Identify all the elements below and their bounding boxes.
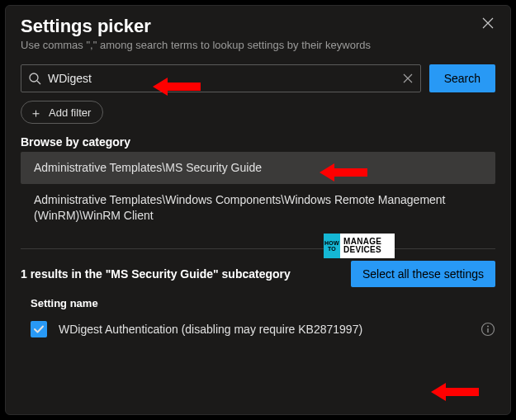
add-filter-button[interactable]: ＋ Add filter [21,101,103,124]
setting-label: WDigest Authentication (disabling may re… [59,323,469,336]
watermark-left: HOW TO [324,234,340,258]
search-button[interactable]: Search [429,64,495,92]
browse-heading: Browse by category [21,135,495,149]
panel-header: Settings picker Use commas "," among sea… [6,6,510,58]
panel-subtitle: Use commas "," among search terms to loo… [21,39,495,51]
category-list: Administrative Templates\MS Security Gui… [21,152,495,232]
filter-row: ＋ Add filter [6,92,510,127]
clear-icon [402,73,414,84]
results-header-row: 1 results in the "MS Security Guide" sub… [6,249,510,290]
results-summary: 1 results in the "MS Security Guide" sub… [21,267,291,281]
watermark-badge: HOW TO MANAGE DEVICES [324,234,395,258]
info-button[interactable] [480,322,495,337]
search-row: Search [6,58,510,92]
category-item-winrm-client[interactable]: Administrative Templates\Windows Compone… [21,184,495,232]
watermark-right: MANAGE DEVICES [340,234,395,258]
column-header-setting-name: Setting name [6,290,510,313]
select-all-button[interactable]: Select all these settings [351,261,495,287]
clear-search-button[interactable] [402,73,414,84]
svg-point-2 [487,325,489,327]
info-icon [480,322,495,337]
category-item-ms-security-guide[interactable]: Administrative Templates\MS Security Gui… [21,152,495,184]
search-box[interactable] [21,64,421,92]
panel-title: Settings picker [21,16,495,37]
setting-checkbox[interactable] [31,321,47,337]
plus-icon: ＋ [30,106,42,119]
browse-section: Browse by category Administrative Templa… [6,127,510,232]
search-icon [28,72,41,85]
checkmark-icon [33,323,45,335]
close-button[interactable] [482,17,497,32]
svg-point-0 [30,73,38,82]
search-input[interactable] [41,72,402,85]
add-filter-label: Add filter [49,106,91,119]
setting-row[interactable]: WDigest Authentication (disabling may re… [6,313,510,346]
settings-picker-panel: Settings picker Use commas "," among sea… [5,5,511,415]
close-icon [482,17,494,29]
